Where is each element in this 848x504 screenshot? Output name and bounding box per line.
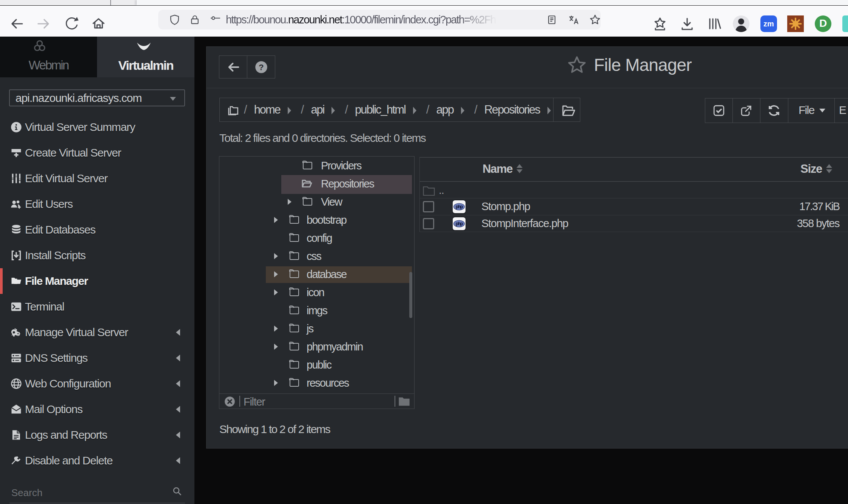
svg-text:?: ? (259, 63, 264, 72)
